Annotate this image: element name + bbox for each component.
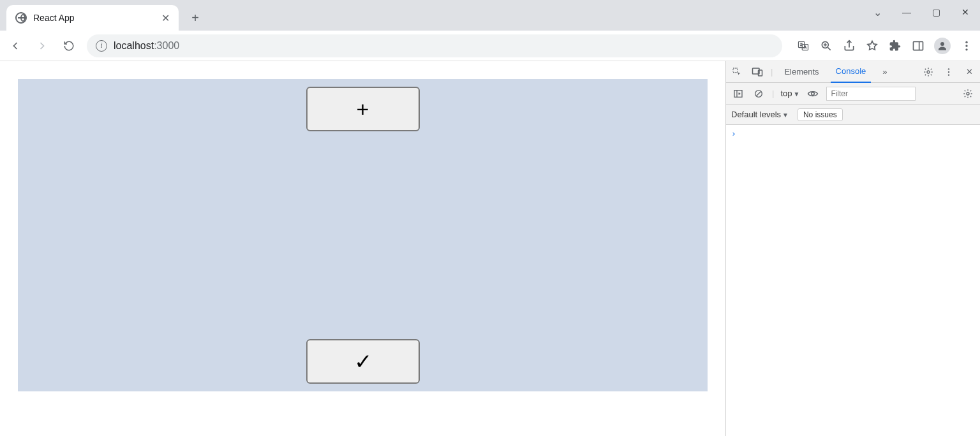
forward-button bbox=[33, 37, 51, 55]
tab-title: React App bbox=[33, 13, 155, 23]
devtools-settings-icon[interactable] bbox=[921, 65, 935, 79]
page-viewport: + ✓ bbox=[0, 61, 725, 436]
console-subtoolbar: Default levels▼ No issues bbox=[726, 105, 980, 125]
site-info-icon[interactable]: i bbox=[96, 40, 107, 52]
svg-point-5 bbox=[940, 42, 944, 46]
svg-point-7 bbox=[965, 45, 967, 47]
back-button[interactable] bbox=[6, 37, 24, 55]
svg-point-14 bbox=[948, 71, 949, 72]
check-icon: ✓ bbox=[354, 349, 372, 374]
svg-rect-3 bbox=[914, 41, 923, 50]
console-output[interactable]: › bbox=[726, 125, 980, 436]
svg-rect-16 bbox=[734, 90, 742, 97]
minimize-button[interactable]: — bbox=[892, 0, 921, 24]
url-port: :3000 bbox=[154, 40, 179, 51]
extensions-icon[interactable] bbox=[888, 39, 902, 53]
close-tab-icon[interactable]: ✕ bbox=[161, 12, 170, 24]
inspect-icon[interactable] bbox=[730, 65, 744, 79]
bookmark-icon[interactable] bbox=[865, 39, 879, 53]
svg-point-15 bbox=[948, 74, 949, 75]
svg-point-12 bbox=[927, 71, 930, 73]
console-prompt-icon: › bbox=[731, 129, 736, 138]
tab-elements[interactable]: Elements bbox=[779, 61, 824, 83]
maximize-button[interactable]: ▢ bbox=[921, 0, 951, 24]
tab-more[interactable]: » bbox=[877, 61, 892, 83]
device-toggle-icon[interactable] bbox=[750, 65, 764, 79]
browser-titlebar: React App ✕ + ⌄ — ▢ ✕ bbox=[0, 0, 980, 31]
url-bar[interactable]: i localhost:3000 bbox=[87, 34, 782, 57]
translate-icon[interactable] bbox=[796, 39, 810, 53]
zoom-icon[interactable] bbox=[819, 39, 833, 53]
new-tab-button[interactable]: + bbox=[185, 8, 205, 28]
add-button[interactable]: + bbox=[306, 87, 420, 131]
console-filter-input[interactable] bbox=[826, 87, 916, 101]
svg-point-6 bbox=[965, 41, 967, 43]
devtools-close-icon[interactable]: ✕ bbox=[962, 65, 976, 79]
devtools-panel: | Elements Console » ✕ | top▼ Default le… bbox=[725, 61, 980, 436]
window-close-button[interactable]: ✕ bbox=[951, 0, 980, 24]
svg-point-21 bbox=[967, 92, 969, 95]
svg-point-13 bbox=[948, 68, 949, 69]
svg-point-8 bbox=[965, 48, 967, 50]
share-icon[interactable] bbox=[842, 39, 856, 53]
reload-button[interactable] bbox=[60, 37, 78, 55]
url-host: localhost bbox=[114, 40, 154, 51]
profile-avatar[interactable] bbox=[934, 38, 951, 54]
kebab-menu-icon[interactable] bbox=[960, 39, 974, 53]
console-toolbar: | top▼ bbox=[726, 83, 980, 105]
svg-line-19 bbox=[757, 91, 761, 96]
app-container: + ✓ bbox=[18, 79, 708, 391]
svg-rect-9 bbox=[733, 68, 738, 73]
globe-icon bbox=[15, 12, 27, 24]
svg-point-20 bbox=[812, 92, 815, 95]
browser-toolbar: i localhost:3000 bbox=[0, 31, 980, 61]
context-selector[interactable]: top▼ bbox=[780, 89, 799, 98]
tab-console[interactable]: Console bbox=[831, 61, 872, 83]
browser-tab[interactable]: React App ✕ bbox=[6, 5, 179, 31]
console-sidebar-toggle-icon[interactable] bbox=[731, 87, 745, 101]
submit-button[interactable]: ✓ bbox=[306, 339, 420, 384]
devtools-kebab-icon[interactable] bbox=[942, 65, 956, 79]
plus-icon: + bbox=[357, 97, 369, 122]
window-controls: ⌄ — ▢ ✕ bbox=[863, 0, 980, 24]
clear-console-icon[interactable] bbox=[752, 87, 766, 101]
devtools-tabstrip: | Elements Console » ✕ bbox=[726, 61, 980, 83]
levels-selector[interactable]: Default levels▼ bbox=[731, 110, 789, 119]
sidepanel-icon[interactable] bbox=[911, 39, 925, 53]
live-expression-icon[interactable] bbox=[806, 87, 820, 101]
issues-pill[interactable]: No issues bbox=[798, 108, 843, 121]
console-settings-icon[interactable] bbox=[961, 87, 975, 101]
tab-search-icon[interactable]: ⌄ bbox=[863, 0, 892, 24]
